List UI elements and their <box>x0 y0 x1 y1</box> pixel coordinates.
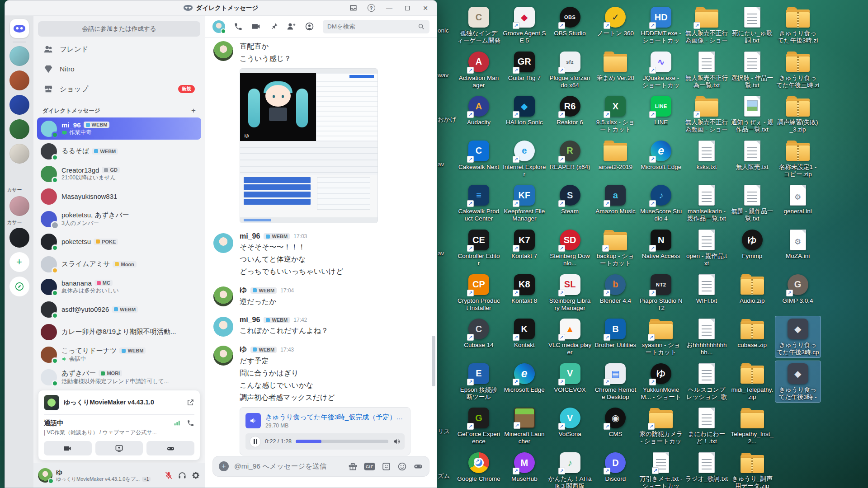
desktop-icon[interactable]: e↗Microsoft Edge <box>638 138 684 172</box>
activities-icon[interactable] <box>413 461 423 471</box>
desktop-icon[interactable]: 通知うぜぇ - 親作品一覧.txt <box>730 94 775 134</box>
desktop-icon[interactable]: S↗Steam <box>547 183 593 216</box>
desktop-icon[interactable]: X↗9.5.xlsx - ショートカット <box>593 94 638 134</box>
desktop-icon[interactable]: ▤↗Chrome Remote Desktop <box>593 361 638 402</box>
dm-search-box[interactable] <box>323 20 429 33</box>
desktop-icon[interactable]: B↗Brother Utilities <box>593 316 638 350</box>
add-server-button[interactable]: + <box>9 252 29 272</box>
desktop-icon[interactable]: 死にたい_ゅ歌詞.txt <box>730 5 775 45</box>
desktop-icon[interactable]: midi_Telepathy.zip <box>730 361 775 402</box>
desktop-icon[interactable]: a↗Amazon Music <box>593 183 638 216</box>
conversation-search-button[interactable]: 会話に参加または作成する <box>38 21 200 37</box>
sidebar-item-shop[interactable]: ショップ 新規 <box>38 79 200 99</box>
desktop-icon[interactable]: ◉↗CMS <box>593 405 638 439</box>
desktop-icon[interactable]: ↗Minecraft Launcher <box>502 405 547 446</box>
server-avatar[interactable] <box>9 196 29 216</box>
screen-share-button[interactable] <box>95 441 143 455</box>
window-titlebar[interactable]: ダイレクトメッセージ ? — ✕ <box>5 0 437 16</box>
desktop-icon[interactable]: cubase.zip <box>730 316 775 350</box>
desktop-icon[interactable]: まにわにわーど！.txt <box>684 405 729 446</box>
desktop-icon[interactable]: ◆↗Groove Agent SE 5 <box>502 5 547 45</box>
desktop-icon[interactable]: ↗Google Chrome <box>456 450 501 483</box>
desktop-icon[interactable]: V↗VoiSona <box>547 405 593 439</box>
sidebar-item-nitro[interactable]: Nitro <box>38 59 200 79</box>
dm-item[interactable]: mi_96WEBM作業中毒 <box>37 117 201 140</box>
user-avatar[interactable] <box>38 468 52 483</box>
minimize-button[interactable]: — <box>382 2 397 14</box>
desktop-icon[interactable]: R6↗Reaktor 6 <box>547 94 593 127</box>
desktop-icon[interactable]: airset2-2019 <box>593 138 638 172</box>
settings-gear-icon[interactable] <box>191 471 200 480</box>
server-avatar[interactable] <box>9 228 29 248</box>
desktop-icon[interactable]: NT2↗Piapro Studio NT2 <box>638 272 684 313</box>
dm-item[interactable]: poketetsuPOKE <box>37 230 201 253</box>
desktop-icon[interactable]: ✓↗ノートン 360 <box>593 5 638 38</box>
desktop-icon[interactable]: きゅうり_調声用データ.zip <box>730 450 775 488</box>
emoji-icon[interactable] <box>397 462 407 471</box>
desktop-icon[interactable]: おhhhhhhhhhhhh... <box>684 316 729 357</box>
desktop-icon[interactable]: E↗Epson 接続診断ツール <box>456 361 501 402</box>
desktop-icon[interactable]: ↗家の防犯カメラ - ショートカット <box>638 405 684 446</box>
message-avatar[interactable] <box>213 286 233 306</box>
desktop-icon[interactable]: 無人販売.txt <box>730 138 775 172</box>
headphones-icon[interactable] <box>178 471 187 480</box>
sidebar-item-friends[interactable]: フレンド <box>38 39 200 59</box>
gif-icon[interactable]: GIF <box>364 463 375 470</box>
desktop-icon[interactable]: b↗Blender 4.4 <box>593 272 638 305</box>
desktop-icon[interactable]: ↗backup - ショートカット <box>593 227 638 268</box>
desktop-icon[interactable]: きゅうり食ってた午後三時.zip <box>775 49 821 90</box>
desktop-icon[interactable]: G↗GIMP 3.0.4 <box>775 272 821 305</box>
maximize-button[interactable] <box>400 2 415 14</box>
desktop-icon[interactable]: CE↗Controller Editor <box>456 227 501 268</box>
desktop-icon[interactable]: A↗Audacity <box>456 94 501 127</box>
desktop-icon[interactable]: ksks.txt <box>684 138 729 172</box>
attach-plus-icon[interactable]: + <box>219 461 229 471</box>
desktop-icon[interactable]: GR↗Guitar Rig 7 <box>502 49 547 83</box>
add-friend-to-dm-icon[interactable] <box>287 22 296 31</box>
desktop-icon[interactable]: ↗無人販売不正行為動画 - ショートカット <box>684 94 729 135</box>
dm-partner-avatar[interactable] <box>212 20 225 33</box>
desktop-icon[interactable]: A↗Activation Manager <box>456 49 501 90</box>
dm-item[interactable]: Creator13gdGD21:00以降はいません <box>37 163 201 185</box>
voice-call-icon[interactable] <box>234 22 243 31</box>
desktop-icon[interactable]: ∿↗JQuake.exe - ショートカット <box>638 49 684 90</box>
video-call-icon[interactable] <box>251 22 261 31</box>
progress-bar[interactable] <box>296 440 388 443</box>
desktop-icon[interactable]: C↗Cakewalk Next <box>456 138 501 172</box>
desktop-icon[interactable]: ▲↗VLC media player <box>547 316 593 357</box>
server-avatar[interactable] <box>9 95 29 115</box>
desktop-icon[interactable]: SL↗Steinberg Library Manager <box>547 272 593 313</box>
video-button[interactable] <box>44 441 92 455</box>
desktop-icon[interactable]: K8↗Kontakt 8 <box>502 272 547 305</box>
pin-icon[interactable] <box>269 22 278 31</box>
desktop-icon[interactable]: 選択肢 - 作品一覧.txt <box>730 49 775 90</box>
volume-icon[interactable] <box>392 437 401 446</box>
desktop-icon[interactable]: 調声練習(失敗)_3.zip <box>775 94 821 134</box>
chat-scrollbar[interactable] <box>432 336 435 386</box>
desktop-icon[interactable]: ヘルスコンプレッション_歌詞.txt <box>684 361 729 402</box>
message-avatar[interactable] <box>213 41 233 61</box>
desktop-icon[interactable]: R↗REAPER (x64) <box>547 138 593 172</box>
desktop-icon[interactable]: open - 親作品.txt <box>684 227 729 268</box>
close-button[interactable]: ✕ <box>418 2 433 14</box>
desktop-icon[interactable]: SD↗Steinberg Downlo... <box>547 227 593 268</box>
sticker-icon[interactable] <box>382 462 391 471</box>
discord-home-button[interactable] <box>10 19 29 38</box>
create-dm-button[interactable]: + <box>191 106 196 115</box>
explore-servers-button[interactable] <box>9 277 29 296</box>
dm-search-input[interactable] <box>327 23 414 30</box>
activities-button[interactable] <box>146 441 194 455</box>
call-phone-icon[interactable] <box>187 419 194 427</box>
attachment-filename[interactable]: きゅうり食ってた午後3時_仮完成（予定）.wav <box>265 413 405 421</box>
desktop-icon[interactable]: V↗VOICEVOX <box>547 361 593 394</box>
dm-item[interactable]: るるそばWEBM <box>37 140 201 162</box>
dm-item[interactable]: asdf@yuto0926WEBM <box>37 298 201 320</box>
desktop-icon[interactable]: C↗Cubase 14 <box>456 316 501 350</box>
desktop-icon[interactable]: CP↗Crypton Product Installer <box>456 272 501 313</box>
desktop-icon[interactable]: K7↗Kontakt 7 <box>502 227 547 261</box>
help-icon[interactable]: ? <box>363 2 379 14</box>
desktop-icon[interactable]: ♪↗かんたん！AITalk 3 関西版 <box>547 450 593 488</box>
desktop-icon[interactable]: K↗Kontakt <box>502 316 547 350</box>
desktop-icon[interactable]: ◆きゅうり食ってた午後3時 - コピー.cpr <box>775 361 821 402</box>
message-input[interactable] <box>234 462 343 470</box>
